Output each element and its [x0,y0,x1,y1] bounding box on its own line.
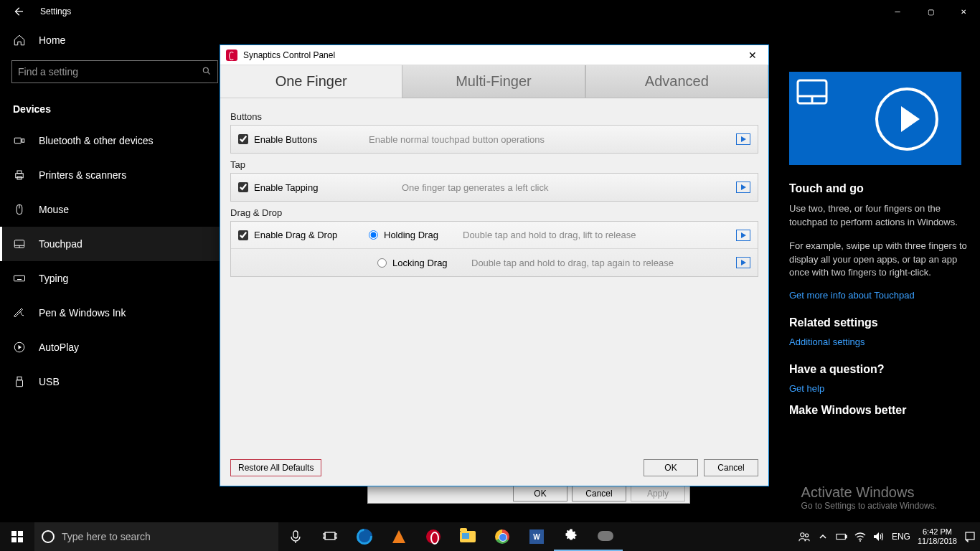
taskbar-app-word[interactable]: W [519,522,554,551]
tray-notifications-icon[interactable] [964,531,976,542]
svg-rect-27 [293,531,298,538]
taskbar-app-vlc[interactable] [382,522,416,551]
additional-settings-link[interactable]: Additional settings [789,336,969,347]
locking-drag-radio[interactable] [377,258,387,268]
mprop-apply-button[interactable]: Apply [631,486,685,501]
video-demo-icon[interactable] [736,230,750,241]
close-button[interactable]: ✕ [947,0,980,23]
taskbar-app-explorer[interactable] [451,522,485,551]
nav-mouse[interactable]: Mouse [0,192,230,227]
tray-clock[interactable]: 6:42 PM 11/18/2018 [918,527,957,545]
svg-rect-36 [966,532,974,540]
nav-bluetooth[interactable]: Bluetooth & other devices [0,123,230,158]
get-help-link[interactable]: Get help [789,383,969,394]
tab-one-finger[interactable]: One Finger [220,65,402,98]
mprop-ok-button[interactable]: OK [513,486,567,501]
section-buttons-header: Buttons [230,111,758,122]
nav-usb[interactable]: USB [0,364,230,399]
svg-rect-1 [14,138,21,143]
video-demo-icon[interactable] [736,182,750,193]
taskbar-app-synaptics[interactable] [588,522,623,551]
home-nav[interactable]: Home [0,26,230,55]
tray-people-icon[interactable] [798,531,810,542]
folder-icon [460,531,476,542]
svg-rect-26 [18,537,23,542]
taskbar-app-settings[interactable] [554,522,588,551]
enable-buttons-desc: Enable normal touchpad button operations [369,134,732,145]
play-icon [875,88,938,151]
syn-ok-button[interactable]: OK [644,459,698,476]
row-enable-drag: Enable Drag & Drop Holding Drag Double t… [231,222,758,249]
settings-search[interactable]: Find a setting [11,60,218,83]
minimize-button[interactable]: ─ [881,0,914,23]
synaptics-body: Buttons Enable Buttons Enable normal tou… [220,98,768,277]
touchpad-icon [13,237,26,250]
nav-printers[interactable]: Printers & scanners [0,158,230,192]
nav-label: Typing [39,273,68,284]
nav-label: AutoPlay [39,342,79,353]
edge-icon [354,526,376,548]
tray-volume-icon[interactable] [873,531,885,542]
tray-wifi-icon[interactable] [854,531,866,542]
synaptics-logo-icon [226,50,237,61]
taskbar-app-chrome[interactable] [485,522,519,551]
section-tap-header: Tap [230,159,758,170]
tab-multi-finger[interactable]: Multi-Finger [402,65,585,98]
enable-drag-label: Enable Drag & Drop [254,230,369,240]
taskbar-app-edge[interactable] [347,522,382,551]
section-drag-header: Drag & Drop [230,207,758,218]
keyboard-icon [13,272,26,285]
svg-rect-25 [11,537,17,542]
gear-icon [564,527,578,545]
settings-sidebar: Home Find a setting Devices Bluetooth & … [0,26,230,399]
svg-point-0 [203,67,208,72]
activate-line1: Activate Windows [801,484,937,501]
bluetooth-icon [13,134,26,147]
task-view-button[interactable] [313,531,347,542]
taskbar-search-placeholder: Type here to search [62,531,151,542]
svg-rect-2 [22,139,24,143]
nav-label: Touchpad [39,238,83,250]
nav-typing[interactable]: Typing [0,261,230,296]
nav-pen[interactable]: Pen & Windows Ink [0,296,230,330]
holding-drag-desc: Double tap and hold to drag, lift to rel… [463,230,732,240]
nav-label: USB [39,376,60,387]
video-demo-icon[interactable] [736,133,750,145]
enable-drag-checkbox[interactable] [238,230,248,240]
restore-defaults-button[interactable]: Restore All Defaults [230,459,321,476]
video-demo-icon[interactable] [736,257,750,268]
question-heading: Have a question? [789,363,969,376]
touchpad-info-link[interactable]: Get more info about Touchpad [789,290,969,301]
maximize-button[interactable]: ▢ [914,0,947,23]
svg-rect-30 [335,534,337,538]
nav-autoplay[interactable]: AutoPlay [0,330,230,364]
svg-rect-3 [16,174,24,178]
mic-button[interactable] [278,530,313,543]
synaptics-close-button[interactable]: ✕ [743,50,763,61]
pen-icon [13,306,26,319]
tray-language[interactable]: ENG [892,532,910,542]
nav-touchpad[interactable]: Touchpad [0,227,230,261]
aside-heading: Touch and go [789,182,969,195]
svg-point-32 [805,534,808,537]
back-button[interactable] [13,6,23,17]
holding-drag-radio[interactable] [369,230,378,240]
aside-text: Use two, three, or four fingers on the t… [789,202,969,230]
tray-battery-icon[interactable] [836,531,847,542]
touchpad-video-tile[interactable] [789,72,961,165]
printer-icon [13,169,26,182]
row-locking-drag: Locking Drag Double tap and hold to drag… [231,249,758,276]
section-drag: Enable Drag & Drop Holding Drag Double t… [230,221,758,277]
nav-label: Bluetooth & other devices [39,135,154,146]
mprop-cancel-button[interactable]: Cancel [572,486,626,501]
taskbar-app-opera[interactable] [416,522,451,551]
syn-cancel-button[interactable]: Cancel [704,459,758,476]
enable-buttons-checkbox[interactable] [238,134,248,144]
taskbar-search[interactable]: Type here to search [34,522,278,551]
cortana-icon [42,530,55,543]
tray-chevron-up-icon[interactable] [817,531,829,542]
svg-rect-11 [14,276,25,281]
tab-advanced[interactable]: Advanced [585,65,768,98]
enable-tapping-checkbox[interactable] [238,182,248,192]
start-button[interactable] [0,522,34,551]
